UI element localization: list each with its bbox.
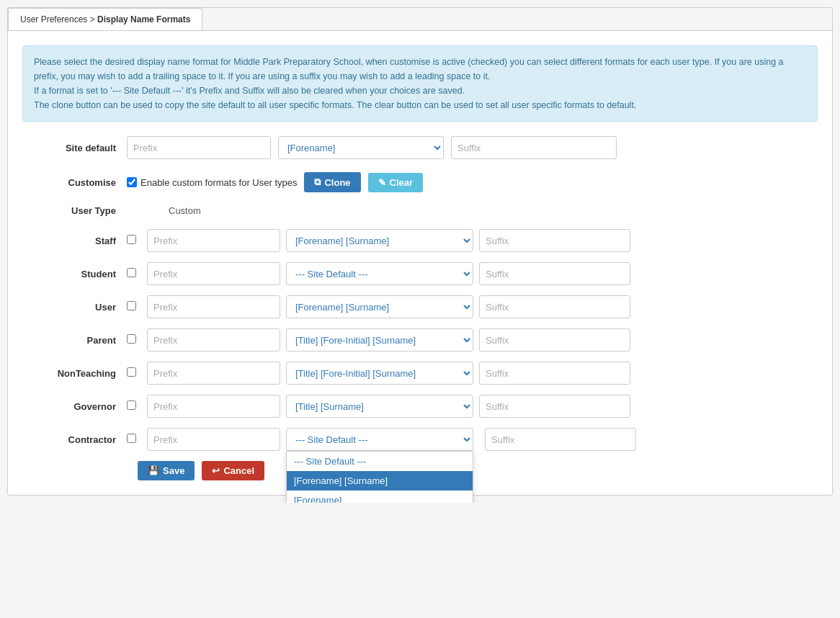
staff-suffix-input[interactable] xyxy=(479,229,630,252)
governor-label: Governor xyxy=(22,401,116,412)
clone-label: Clone xyxy=(324,177,350,188)
save-label: Save xyxy=(163,465,184,476)
info-line1: Please select the desired display name f… xyxy=(34,55,806,84)
customise-checkbox-text: Enable custom formats for User types xyxy=(140,177,297,188)
staff-row: Staff [Forename] [Surname] --- Site Defa… xyxy=(22,229,818,252)
save-icon: 💾 xyxy=(148,465,159,476)
cancel-icon: ↩ xyxy=(212,465,220,476)
nonteaching-checkbox-wrapper xyxy=(127,367,141,379)
governor-checkbox-wrapper xyxy=(127,400,141,412)
customise-row: Customise Enable custom formats for User… xyxy=(22,172,818,192)
nonteaching-prefix-input[interactable] xyxy=(147,362,280,385)
student-label: Student xyxy=(22,269,116,279)
nonteaching-format-select[interactable]: [Title] [Fore-Initial] [Surname] --- Sit… xyxy=(286,362,473,385)
user-label: User xyxy=(22,302,116,313)
user-format-select[interactable]: [Forename] [Surname] --- Site Default --… xyxy=(286,295,473,318)
parent-label: Parent xyxy=(22,335,116,346)
cancel-button[interactable]: ↩ Cancel xyxy=(202,461,264,480)
student-checkbox[interactable] xyxy=(127,268,136,277)
site-default-label: Site default xyxy=(22,143,116,153)
site-default-inputs: [Forename] [Forename] [Surname] [Fore-In… xyxy=(127,136,617,159)
dropdown-option-forename-surname[interactable]: [Forename] [Surname] xyxy=(287,471,473,491)
customise-checkbox[interactable] xyxy=(127,177,137,187)
parent-row: Parent [Title] [Fore-Initial] [Surname] … xyxy=(22,328,818,351)
tab-display-name-formats[interactable]: User Preferences > Display Name Formats xyxy=(8,8,202,30)
site-default-prefix-input[interactable] xyxy=(127,136,271,159)
staff-label: Staff xyxy=(22,236,116,246)
contractor-dropdown-wrapper: --- Site Default --- [Forename] [Surname… xyxy=(286,428,479,451)
clear-button[interactable]: ✎ Clear xyxy=(368,173,424,192)
staff-checkbox[interactable] xyxy=(127,235,136,244)
user-type-header-value: Custom xyxy=(169,205,201,216)
page-container: User Preferences > Display Name Formats … xyxy=(7,7,833,496)
customise-checkbox-label[interactable]: Enable custom formats for User types xyxy=(127,177,297,188)
dropdown-option-site-default[interactable]: --- Site Default --- xyxy=(287,452,473,471)
governor-format-select[interactable]: [Title] [Surname] --- Site Default --- [… xyxy=(286,395,473,418)
governor-row: Governor [Title] [Surname] --- Site Defa… xyxy=(22,395,818,418)
contractor-suffix-input[interactable] xyxy=(485,428,636,451)
contractor-checkbox[interactable] xyxy=(127,434,136,443)
customise-controls: Enable custom formats for User types ⧉ C… xyxy=(127,172,423,192)
student-row: Student --- Site Default --- [Forename] … xyxy=(22,262,818,285)
contractor-row: Contractor --- Site Default --- [Forenam… xyxy=(22,428,818,451)
clear-label: Clear xyxy=(390,177,414,188)
info-box: Please select the desired display name f… xyxy=(22,45,818,122)
dropdown-option-forename[interactable]: [Forename] xyxy=(287,491,473,503)
save-button[interactable]: 💾 Save xyxy=(138,461,195,480)
tab-current: Display Name Formats xyxy=(97,14,190,24)
site-default-suffix-input[interactable] xyxy=(451,136,617,159)
student-prefix-input[interactable] xyxy=(147,262,280,285)
staff-format-select[interactable]: [Forename] [Surname] --- Site Default --… xyxy=(286,229,473,252)
customise-label: Customise xyxy=(22,177,116,188)
user-checkbox-wrapper xyxy=(127,301,141,313)
nonteaching-checkbox[interactable] xyxy=(127,367,136,377)
user-type-header-label: User Type xyxy=(22,205,116,216)
governor-suffix-input[interactable] xyxy=(479,395,630,418)
user-prefix-input[interactable] xyxy=(147,295,280,318)
staff-prefix-input[interactable] xyxy=(147,229,280,252)
contractor-dropdown-list: --- Site Default --- [Forename] [Surname… xyxy=(286,451,473,503)
clear-icon: ✎ xyxy=(378,177,386,188)
staff-checkbox-wrapper xyxy=(127,235,141,246)
tab-prefix: User Preferences xyxy=(20,14,87,24)
contractor-prefix-input[interactable] xyxy=(147,428,280,451)
clone-icon: ⧉ xyxy=(314,176,321,188)
info-line2: If a format is set to '--- Site Default … xyxy=(34,84,806,98)
parent-suffix-input[interactable] xyxy=(479,328,630,351)
info-line3: The clone button can be used to copy the… xyxy=(34,98,806,112)
user-checkbox[interactable] xyxy=(127,301,136,310)
user-suffix-input[interactable] xyxy=(479,295,630,318)
contractor-label: Contractor xyxy=(22,434,116,445)
user-type-header-row: User Type Custom xyxy=(22,205,818,216)
parent-checkbox-wrapper xyxy=(127,334,141,346)
parent-checkbox[interactable] xyxy=(127,334,136,344)
governor-prefix-input[interactable] xyxy=(147,395,280,418)
contractor-format-select[interactable]: --- Site Default --- [Forename] [Surname… xyxy=(286,428,473,451)
cancel-label: Cancel xyxy=(223,465,254,476)
content-area: Please select the desired display name f… xyxy=(8,31,832,495)
parent-prefix-input[interactable] xyxy=(147,328,280,351)
clone-button[interactable]: ⧉ Clone xyxy=(304,172,360,192)
student-suffix-input[interactable] xyxy=(479,262,630,285)
student-format-select[interactable]: --- Site Default --- [Forename] [Surname… xyxy=(286,262,473,285)
action-row: 💾 Save ↩ Cancel xyxy=(138,461,818,480)
parent-format-select[interactable]: [Title] [Fore-Initial] [Surname] --- Sit… xyxy=(286,328,473,351)
site-default-format-select[interactable]: [Forename] [Forename] [Surname] [Fore-In… xyxy=(278,136,444,159)
nonteaching-suffix-input[interactable] xyxy=(479,362,630,385)
student-checkbox-wrapper xyxy=(127,268,141,279)
nonteaching-label: NonTeaching xyxy=(22,368,116,379)
tab-bar: User Preferences > Display Name Formats xyxy=(8,8,832,31)
nonteaching-row: NonTeaching [Title] [Fore-Initial] [Surn… xyxy=(22,362,818,385)
contractor-checkbox-wrapper xyxy=(127,434,141,445)
tab-separator: > xyxy=(90,14,97,24)
user-row: User [Forename] [Surname] --- Site Defau… xyxy=(22,295,818,318)
site-default-row: Site default [Forename] [Forename] [Surn… xyxy=(22,136,818,159)
governor-checkbox[interactable] xyxy=(127,400,136,410)
